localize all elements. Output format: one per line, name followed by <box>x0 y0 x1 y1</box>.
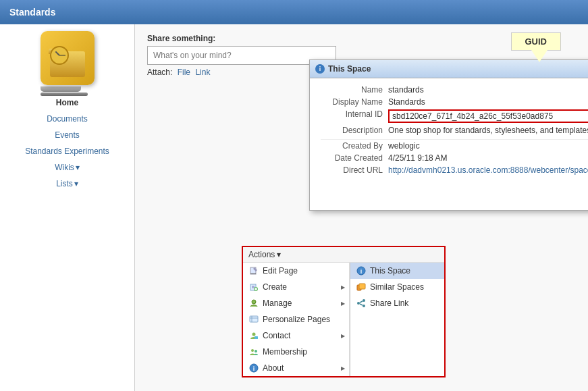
svg-rect-9 <box>250 316 258 322</box>
attach-file-link[interactable]: File <box>178 68 190 77</box>
actions-trigger[interactable]: Actions ▾ <box>243 247 444 263</box>
sidebar-item-standards[interactable]: Standards Experiments <box>0 143 134 159</box>
icon-base <box>41 93 88 96</box>
menu-primary: Edit Page Create Manage <box>243 263 350 376</box>
svg-point-12 <box>252 333 256 336</box>
share-input[interactable] <box>147 46 336 65</box>
dialog-row-name: Name standards <box>321 85 588 95</box>
wikis-arrow-icon: ▾ <box>76 163 80 172</box>
actions-arrow-icon: ▾ <box>277 250 281 259</box>
clock-minute-hand <box>59 55 65 56</box>
dropdown-menu: Edit Page Create Manage <box>243 263 444 376</box>
dialog-value-directurl[interactable]: http://dadvmh0213.us.oracle.com:8888/web… <box>388 165 588 175</box>
attach-label: Attach: <box>147 68 172 77</box>
actions-area: Actions ▾ Edit Page <box>242 246 446 377</box>
attach-link-link[interactable]: Link <box>195 68 210 77</box>
personalize-label: Personalize Pages <box>263 315 330 324</box>
svg-text:i: i <box>253 365 255 372</box>
dialog-value-description: One stop shop for standards, stylesheets… <box>388 126 588 135</box>
dialog-value-datecreated: 4/25/11 9:18 AM <box>388 153 588 163</box>
about-label: About <box>263 363 284 373</box>
dialog-label-internalid: Internal ID <box>321 109 388 123</box>
dialog-label-datecreated: Date Created <box>321 153 388 163</box>
sidebar-logo <box>41 31 95 85</box>
about-icon: i <box>248 363 259 373</box>
svg-point-8 <box>252 300 256 304</box>
svg-text:i: i <box>360 268 363 275</box>
personalize-icon <box>248 314 259 325</box>
svg-point-15 <box>255 350 257 353</box>
dialog-divider <box>321 139 588 140</box>
icon-background <box>41 31 95 85</box>
this-space-dialog: i This Space ✕ Name standards Display Na… <box>309 59 588 211</box>
contact-icon <box>248 330 259 341</box>
svg-line-25 <box>360 301 363 303</box>
edit-page-icon <box>248 265 259 276</box>
wikis-nav-row: Wikis ▾ <box>0 163 134 172</box>
icon-stand <box>41 86 81 92</box>
svg-point-23 <box>363 299 365 302</box>
dialog-label-displayname: Display Name <box>321 97 388 107</box>
dialog-row-datecreated: Date Created 4/25/11 9:18 AM <box>321 153 588 163</box>
dialog-label-description: Description <box>321 126 388 135</box>
main-layout: Home Documents Events Standards Experime… <box>0 24 588 391</box>
dialog-label-name: Name <box>321 85 388 95</box>
submenu-item-this-space[interactable]: i This Space <box>350 263 444 279</box>
dialog-row-internalid: Internal ID sbd120ce7_671f_4b24_a26c_55f… <box>321 109 588 123</box>
create-icon <box>248 282 259 292</box>
dialog-row-displayname: Display Name Standards <box>321 97 588 107</box>
dialog-label-createdby: Created By <box>321 141 388 151</box>
sidebar-item-wikis[interactable]: Wikis ▾ <box>0 159 134 176</box>
svg-point-14 <box>251 349 254 352</box>
sidebar-item-lists[interactable]: Lists ▾ <box>0 176 134 192</box>
dialog-body: Name standards Display Name Standards In… <box>310 78 588 187</box>
menu-secondary: i This Space Similar Spaces <box>350 263 444 376</box>
sidebar-item-events[interactable]: Events <box>0 127 134 143</box>
share-link-icon <box>356 298 367 309</box>
dialog-titlebar: i This Space ✕ <box>310 60 588 78</box>
page-title: Standards <box>9 7 55 18</box>
menu-item-membership[interactable]: Membership <box>243 344 349 360</box>
dialog-title: This Space <box>328 64 588 74</box>
menu-item-about[interactable]: i About <box>243 360 349 376</box>
page-header: Standards <box>0 0 588 24</box>
dialog-label-directurl: Direct URL <box>321 165 388 175</box>
similar-spaces-icon <box>356 282 367 292</box>
submenu-item-share-link[interactable]: Share Link <box>350 295 444 311</box>
this-space-label: This Space <box>370 266 410 276</box>
manage-label: Manage <box>263 298 292 308</box>
sidebar: Home Documents Events Standards Experime… <box>0 24 135 391</box>
actions-menu-wrapper: Actions ▾ Edit Page <box>242 246 446 377</box>
membership-label: Membership <box>263 347 307 357</box>
lists-arrow-icon: ▾ <box>74 179 78 188</box>
svg-rect-13 <box>255 336 258 339</box>
svg-point-22 <box>357 302 360 305</box>
dialog-row-description: Description One stop shop for standards,… <box>321 126 588 135</box>
menu-item-manage[interactable]: Manage <box>243 295 349 311</box>
menu-item-edit-page[interactable]: Edit Page <box>243 263 349 279</box>
guid-callout: GUID <box>511 32 562 51</box>
svg-line-26 <box>360 304 363 305</box>
actions-label: Actions <box>248 250 275 259</box>
submenu-item-similar-spaces[interactable]: Similar Spaces <box>350 279 444 295</box>
sidebar-nav: Home Documents Events Standards Experime… <box>0 95 134 192</box>
membership-icon <box>248 346 259 357</box>
similar-spaces-label: Similar Spaces <box>370 282 424 292</box>
svg-rect-21 <box>359 284 365 289</box>
sidebar-item-documents[interactable]: Documents <box>0 111 134 127</box>
create-label: Create <box>263 282 287 292</box>
sidebar-item-home[interactable]: Home <box>0 95 134 111</box>
menu-item-contact[interactable]: Contact <box>243 328 349 344</box>
dialog-value-name: standards <box>388 85 588 95</box>
this-space-icon: i <box>356 265 367 276</box>
share-link-label: Share Link <box>370 298 408 308</box>
guid-label: GUID <box>525 36 547 47</box>
menu-item-personalize[interactable]: Personalize Pages <box>243 311 349 328</box>
dialog-value-displayname: Standards <box>388 97 588 107</box>
dialog-info-icon: i <box>315 64 325 74</box>
dialog-footer: OK <box>310 187 588 210</box>
clock-icon <box>50 46 69 65</box>
manage-icon <box>248 298 259 309</box>
folder-body-icon <box>50 51 85 77</box>
menu-item-create[interactable]: Create <box>243 279 349 295</box>
